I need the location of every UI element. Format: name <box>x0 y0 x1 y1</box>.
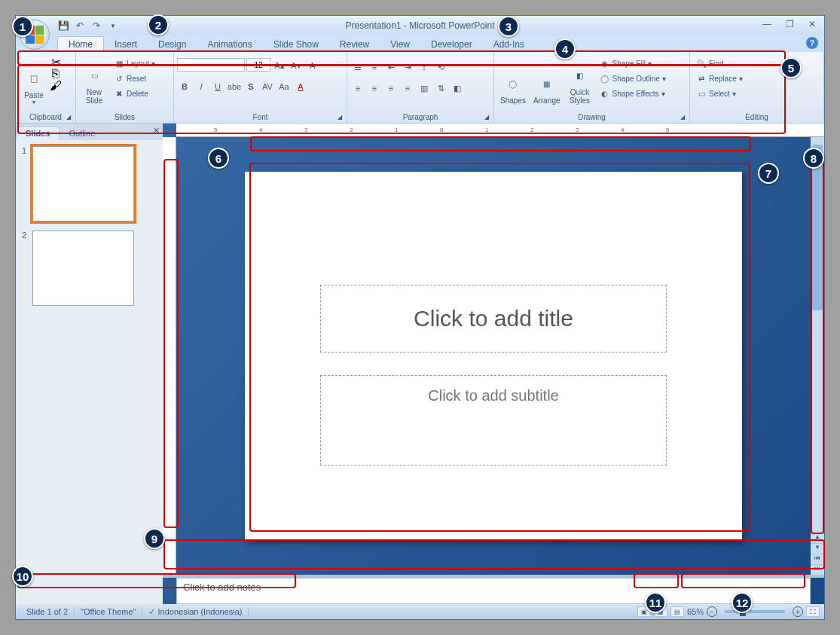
layout-button[interactable]: ▦Layout ▾ <box>111 56 158 70</box>
minimize-button[interactable]: — <box>759 19 774 29</box>
window-title: Presentation1 - Microsoft PowerPoint <box>345 20 494 31</box>
vertical-scrollbar[interactable]: ▲ ▼ ⏮ ⏭ <box>811 137 824 575</box>
thumbnail-2[interactable]: 2 <box>22 230 157 306</box>
tab-home[interactable]: Home <box>57 36 104 52</box>
clear-format-icon[interactable]: A̶ <box>305 58 320 73</box>
clipboard-launcher-icon[interactable]: ◢ <box>66 114 74 121</box>
close-button[interactable]: ✕ <box>805 19 820 29</box>
qat-customize-icon[interactable]: ▼ <box>107 20 119 32</box>
reset-button[interactable]: ↺Reset <box>111 72 158 85</box>
italic-button[interactable]: I <box>194 79 209 94</box>
subtitle-placeholder[interactable]: Click to add subtitle <box>320 375 667 466</box>
cut-icon[interactable]: ✂ <box>50 56 61 67</box>
status-theme[interactable]: "Office Theme" <box>75 607 142 616</box>
zoom-slider[interactable] <box>725 610 785 613</box>
drawing-launcher-icon[interactable]: ◢ <box>680 114 688 121</box>
tab-review[interactable]: Review <box>329 37 380 52</box>
save-icon[interactable]: 💾 <box>57 20 69 32</box>
font-size-input[interactable] <box>246 58 270 72</box>
shadow-button[interactable]: S <box>243 79 258 94</box>
panel-tab-slides[interactable]: Slides <box>16 126 60 140</box>
scrollbar-thumb[interactable] <box>812 145 823 310</box>
underline-button[interactable]: U <box>210 79 225 94</box>
title-placeholder[interactable]: Click to add title <box>320 285 667 353</box>
vertical-ruler[interactable] <box>163 137 176 575</box>
font-color-button[interactable]: A <box>293 79 308 94</box>
new-slide-button[interactable]: ▭ New Slide <box>79 53 109 106</box>
edit-area: 54321012345 Click to add title Click to … <box>163 124 824 604</box>
panel-tab-outline[interactable]: Outline <box>60 127 104 140</box>
tab-view[interactable]: View <box>380 37 420 52</box>
replace-button[interactable]: ⇄Replace ▾ <box>693 72 746 85</box>
callout-1: 1 <box>12 16 33 37</box>
format-painter-icon[interactable]: 🖌 <box>50 81 61 91</box>
paste-icon: 📋 <box>23 67 45 90</box>
panel-close-icon[interactable]: ✕ <box>153 126 160 136</box>
help-button[interactable]: ? <box>806 37 818 49</box>
text-direction-button[interactable]: ⟲ <box>433 60 448 75</box>
redo-icon[interactable]: ↷ <box>90 20 102 32</box>
shape-effects-button[interactable]: ◐Shape Effects ▾ <box>597 87 669 100</box>
status-slide-info[interactable]: Slide 1 of 2 <box>20 607 75 616</box>
prev-slide-icon[interactable]: ⏮ <box>811 554 824 564</box>
shape-fill-button[interactable]: ◉Shape Fill ▾ <box>597 56 669 70</box>
slide-canvas[interactable]: Click to add title Click to add subtitle <box>245 172 742 541</box>
align-center-button[interactable]: ≡ <box>367 81 382 96</box>
smartart-button[interactable]: ◧ <box>450 81 465 96</box>
find-icon: 🔍 <box>696 58 707 69</box>
numbering-button[interactable]: ≡ <box>367 60 382 75</box>
paste-button[interactable]: 📋 Paste ▼ <box>19 53 49 106</box>
thumbnail-1[interactable]: 1 <box>22 146 157 221</box>
tab-developer[interactable]: Developer <box>420 37 483 52</box>
maximize-button[interactable]: ❐ <box>782 19 797 29</box>
copy-icon[interactable]: ⎘ <box>50 69 61 79</box>
zoom-value[interactable]: 65% <box>687 607 704 616</box>
callout-3: 3 <box>498 16 519 37</box>
strike-button[interactable]: abe <box>227 79 242 94</box>
bullets-button[interactable]: ☰ <box>350 60 365 75</box>
tab-animations[interactable]: Animations <box>197 37 262 52</box>
tab-slideshow[interactable]: Slide Show <box>263 37 329 52</box>
paste-label: Paste <box>24 91 44 99</box>
indent-more-button[interactable]: ⇥ <box>400 60 415 75</box>
title-bar: 💾 ↶ ↷ ▼ Presentation1 - Microsoft PowerP… <box>16 16 824 35</box>
font-name-input[interactable] <box>177 58 245 72</box>
shapes-button[interactable]: ◯Shapes <box>497 53 529 106</box>
zoom-out-button[interactable]: − <box>707 606 717 617</box>
grow-font-icon[interactable]: A▴ <box>272 58 287 73</box>
fit-window-button[interactable]: ⛶ <box>806 606 820 617</box>
align-text-button[interactable]: ⇅ <box>433 81 448 96</box>
columns-button[interactable]: ▥ <box>417 81 432 96</box>
tab-addins[interactable]: Add-Ins <box>483 37 535 52</box>
change-case-button[interactable]: Aa <box>276 79 292 94</box>
justify-button[interactable]: ≡ <box>400 81 415 96</box>
scroll-up-icon[interactable]: ▲ <box>811 533 824 543</box>
font-launcher-icon[interactable]: ◢ <box>338 114 345 121</box>
scroll-down-icon[interactable]: ▼ <box>811 543 824 554</box>
find-button[interactable]: 🔍Find <box>693 56 746 70</box>
line-spacing-button[interactable]: ↕ <box>417 60 432 75</box>
effects-icon: ◐ <box>600 88 610 99</box>
shrink-font-icon[interactable]: A▾ <box>289 58 304 73</box>
paragraph-launcher-icon[interactable]: ◢ <box>484 114 492 121</box>
indent-less-button[interactable]: ⇤ <box>383 60 399 75</box>
slideshow-view-button[interactable]: ▤ <box>670 606 684 617</box>
next-slide-icon[interactable]: ⏭ <box>811 564 824 575</box>
select-button[interactable]: ▭Select ▾ <box>693 87 746 100</box>
layout-icon: ▦ <box>114 58 124 69</box>
char-spacing-button[interactable]: AV <box>260 79 275 94</box>
tab-design[interactable]: Design <box>148 37 197 52</box>
undo-icon[interactable]: ↶ <box>74 20 86 32</box>
tab-insert[interactable]: Insert <box>104 37 148 52</box>
align-right-button[interactable]: ≡ <box>383 81 399 96</box>
delete-button[interactable]: ✖Delete <box>111 87 158 100</box>
zoom-in-button[interactable]: + <box>793 606 803 617</box>
quick-styles-button[interactable]: ◧Quick Styles <box>565 53 595 106</box>
horizontal-ruler[interactable]: 54321012345 <box>176 124 824 137</box>
align-left-button[interactable]: ≡ <box>350 81 365 96</box>
status-language[interactable]: ✓ Indonesian (Indonesia) <box>142 607 249 617</box>
notes-pane[interactable]: Click to add notes <box>176 578 811 604</box>
bold-button[interactable]: B <box>177 79 192 94</box>
arrange-button[interactable]: ▦Arrange <box>530 53 564 106</box>
shape-outline-button[interactable]: ◯Shape Outline ▾ <box>597 72 669 85</box>
